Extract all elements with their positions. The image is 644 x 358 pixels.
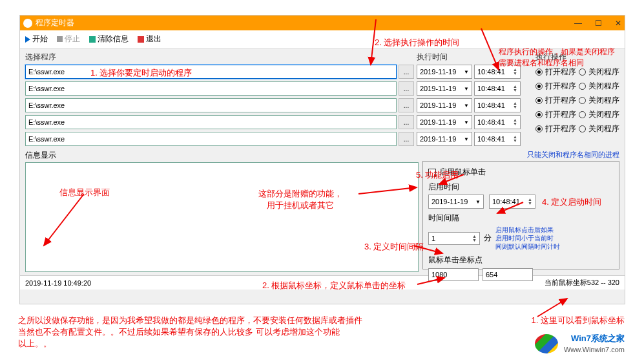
open-radio[interactable] xyxy=(535,97,543,104)
mouse-click-panel: 启用鼠标单击 启用时间 2019-11-19▼ 10:48:41▲▼ 时间间隔 … xyxy=(422,161,619,269)
open-label: 打开程序 xyxy=(545,81,576,92)
interval-label: 时间间隔 xyxy=(428,213,459,224)
close-radio[interactable] xyxy=(579,68,586,76)
close-note: 只能关闭和程序名相同的进程 xyxy=(422,150,619,160)
browse-button[interactable]: ... xyxy=(399,132,414,146)
watermark: Win7系统之家 Www.Winwin7.com xyxy=(535,333,625,354)
open-label: 打开程序 xyxy=(545,67,576,78)
click-time-input[interactable]: 10:48:41▲▼ xyxy=(489,195,535,209)
close-button[interactable]: ✕ xyxy=(615,19,621,28)
coord-y-input[interactable] xyxy=(483,268,533,281)
close-radio[interactable] xyxy=(579,111,586,118)
exec-date-input[interactable]: 2019-11-19▼ xyxy=(417,132,472,146)
browse-button[interactable]: ... xyxy=(399,81,414,96)
open-label: 打开程序 xyxy=(545,95,576,106)
open-radio[interactable] xyxy=(535,111,543,118)
exec-date-input[interactable]: 2019-11-19▼ xyxy=(417,65,472,79)
exec-time-input[interactable]: 10:48:41▲▼ xyxy=(474,98,521,112)
anno-10: 1. 这里可以看到鼠标坐标 xyxy=(532,315,625,326)
app-window: 程序定时器 — ☐ ✕ 开始 停止 清除信息 退出 选择程序 .........… xyxy=(19,15,625,304)
close-radio[interactable] xyxy=(579,125,586,132)
op-header: 执行操作 xyxy=(535,52,619,63)
open-label: 打开程序 xyxy=(545,109,576,120)
program-path-input[interactable] xyxy=(25,65,397,79)
enable-click-label: 启用鼠标单击 xyxy=(439,167,486,178)
clear-button[interactable]: 清除信息 xyxy=(89,34,129,45)
watermark-line2: Www.Winwin7.com xyxy=(564,346,625,353)
status-mouse-coord: 当前鼠标坐标532 -- 320 xyxy=(545,278,619,288)
close-label: 关闭程序 xyxy=(588,95,619,106)
interval-input[interactable]: 1▲▼ xyxy=(428,232,480,245)
browse-button[interactable]: ... xyxy=(399,98,414,112)
open-radio[interactable] xyxy=(535,125,543,132)
close-radio[interactable] xyxy=(579,97,586,104)
maximize-button[interactable]: ☐ xyxy=(595,19,602,28)
minimize-button[interactable]: — xyxy=(574,19,582,28)
browse-button[interactable]: ... xyxy=(399,115,414,129)
app-icon xyxy=(23,19,32,28)
exec-date-input[interactable]: 2019-11-19▼ xyxy=(417,115,472,129)
enable-time-label: 启用时间 xyxy=(428,182,459,193)
open-radio[interactable] xyxy=(535,68,543,76)
footer-text: 之所以没做保存功能，是因为我希望我做的都是纯绿色的程序，不要安装任何数据库或者插… xyxy=(18,315,425,350)
program-header: 选择程序 xyxy=(25,52,414,63)
status-time: 2019-11-19 10:49:20 xyxy=(25,279,91,287)
exec-time-input[interactable]: 10:48:41▲▼ xyxy=(474,132,521,146)
exec-date-input[interactable]: 2019-11-19▼ xyxy=(417,98,472,112)
time-header: 执行时间 xyxy=(417,52,533,63)
info-textarea[interactable] xyxy=(25,162,419,272)
help-text: 启用鼠标点击后如果启用时间小于当前时间则默认间隔时间计时 xyxy=(495,226,560,251)
info-label: 信息显示 xyxy=(25,150,419,161)
program-path-input[interactable] xyxy=(25,132,397,146)
stop-icon xyxy=(57,36,63,42)
close-label: 关闭程序 xyxy=(588,81,619,92)
open-radio[interactable] xyxy=(535,83,543,90)
exec-time-input[interactable]: 10:48:41▲▼ xyxy=(474,115,521,129)
titlebar: 程序定时器 — ☐ ✕ xyxy=(20,16,625,30)
open-label: 打开程序 xyxy=(545,123,576,134)
watermark-line1: Win7系统之家 xyxy=(571,333,625,343)
exit-icon xyxy=(138,36,144,43)
program-path-input[interactable] xyxy=(25,98,397,112)
enable-click-checkbox[interactable] xyxy=(428,169,436,176)
watermark-logo-icon xyxy=(535,334,558,353)
start-button[interactable]: 开始 xyxy=(25,34,48,45)
exit-button[interactable]: 退出 xyxy=(138,34,161,45)
stop-button[interactable]: 停止 xyxy=(57,34,80,45)
play-icon xyxy=(25,36,30,43)
program-path-input[interactable] xyxy=(25,115,397,129)
click-date-input[interactable]: 2019-11-19▼ xyxy=(428,195,484,209)
close-label: 关闭程序 xyxy=(588,109,619,120)
exec-time-input[interactable]: 10:48:41▲▼ xyxy=(474,81,521,96)
coord-x-input[interactable] xyxy=(428,268,479,281)
close-label: 关闭程序 xyxy=(588,123,619,134)
close-radio[interactable] xyxy=(579,83,586,90)
program-path-input[interactable] xyxy=(25,81,397,96)
toolbar: 开始 停止 清除信息 退出 xyxy=(20,30,625,48)
close-label: 关闭程序 xyxy=(588,67,619,78)
browse-button[interactable]: ... xyxy=(399,65,414,79)
coord-label: 鼠标单击坐标点 xyxy=(428,255,483,266)
clear-icon xyxy=(89,36,96,43)
interval-unit: 分 xyxy=(484,233,492,244)
exec-time-input[interactable]: 10:48:41▲▼ xyxy=(474,65,521,79)
window-title: 程序定时器 xyxy=(36,17,74,28)
exec-date-input[interactable]: 2019-11-19▼ xyxy=(417,81,472,96)
